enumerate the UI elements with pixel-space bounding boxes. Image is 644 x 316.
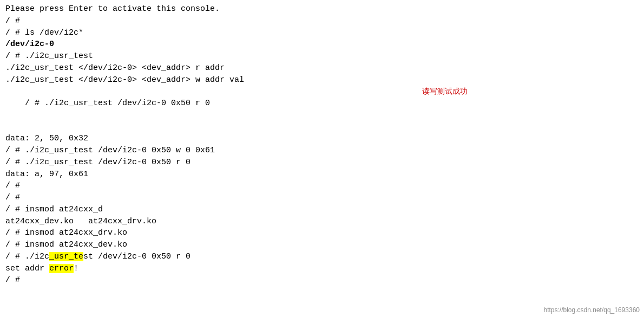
- terminal-line: / # ls /dev/i2c*: [5, 27, 639, 39]
- terminal-line-highlight: / # ./i2c_usr_test /dev/i2c-0 0x50 r 0: [5, 251, 639, 263]
- terminal-line: / #: [5, 274, 639, 286]
- highlight-error: error: [49, 264, 74, 273]
- terminal-window: Please press Enter to activate this cons…: [0, 0, 644, 316]
- bold-text: /dev/i2c-0: [5, 40, 54, 49]
- annotation-read-write-success: 读写测试成功: [422, 86, 468, 96]
- terminal-line: / # ./i2c_usr_test /dev/i2c-0 0x50 r 0: [5, 157, 639, 169]
- terminal-line: at24cxx_dev.ko at24cxx_drv.ko: [5, 216, 639, 228]
- terminal-line-highlight: set addr error!: [5, 263, 639, 275]
- terminal-line: / #: [5, 192, 639, 204]
- terminal-line: / # insmod at24cxx_drv.ko: [5, 227, 639, 239]
- terminal-line: / # insmod at24cxx_d: [5, 204, 639, 216]
- terminal-line: data: 2, 50, 0x32: [5, 133, 639, 145]
- terminal-line: / # insmod at24cxx_dev.ko: [5, 239, 639, 251]
- terminal-line: data: a, 97, 0x61: [5, 169, 639, 180]
- terminal-line: ./i2c_usr_test </dev/i2c-0> <dev_addr> w…: [5, 74, 639, 86]
- terminal-line-with-annotation: / # ./i2c_usr_test /dev/i2c-0 0x50 r 0 读…: [5, 86, 639, 133]
- terminal-line: ./i2c_usr_test </dev/i2c-0> <dev_addr> r…: [5, 62, 639, 74]
- terminal-line: /dev/i2c-0: [5, 38, 639, 50]
- terminal-line: / #: [5, 180, 639, 192]
- watermark-url: https://blog.csdn.net/qq_1693360: [544, 306, 640, 314]
- terminal-line: Please press Enter to activate this cons…: [5, 3, 639, 15]
- terminal-line: / #: [5, 15, 639, 27]
- terminal-line: / # ./i2c_usr_test: [5, 50, 639, 62]
- highlight-usr: _usr_te: [49, 252, 83, 261]
- terminal-line: / # ./i2c_usr_test /dev/i2c-0 0x50 w 0 0…: [5, 145, 639, 157]
- command-text: / # ./i2c_usr_test /dev/i2c-0 0x50 r 0: [25, 99, 210, 108]
